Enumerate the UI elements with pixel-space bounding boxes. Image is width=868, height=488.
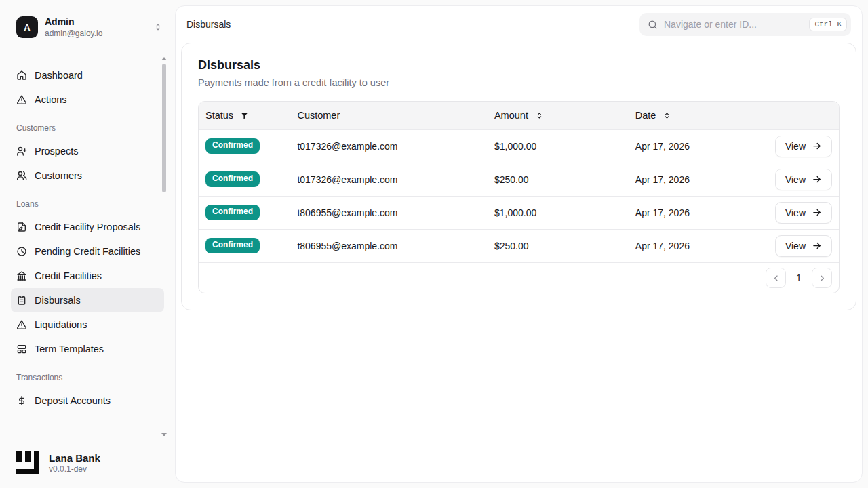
column-label: Customer <box>297 110 340 121</box>
scroll-up-arrow-icon[interactable] <box>161 57 167 60</box>
customer-cell: t017326@example.com <box>290 163 488 196</box>
sidebar-item-credit-facilities[interactable]: Credit Facilities <box>11 264 164 288</box>
chevrons-up-down-icon <box>153 22 163 32</box>
profile-text: Admin admin@galoy.io <box>45 16 146 39</box>
arrow-right-icon <box>812 241 822 251</box>
view-button[interactable]: View <box>775 202 832 224</box>
breadcrumb: Disbursals <box>186 19 231 30</box>
status-badge: Confirmed <box>205 205 260 220</box>
disbursals-table: Status Customer Amount <box>198 101 840 293</box>
dollar-icon <box>16 395 27 406</box>
current-page-number: 1 <box>794 272 804 283</box>
column-header-amount[interactable]: Amount <box>488 102 629 129</box>
date-cell: Apr 17, 2026 <box>629 163 768 196</box>
chevron-left-icon <box>771 273 781 283</box>
table-row[interactable]: Confirmed t806955@example.com $1,000.00 … <box>199 196 839 229</box>
lana-bank-logo-icon <box>16 451 39 474</box>
table-row[interactable]: Confirmed t806955@example.com $250.00 Ap… <box>199 229 839 262</box>
sidebar-item-liquidations[interactable]: Liquidations <box>11 312 164 337</box>
sidebar-nav: Dashboard Actions Customers Prospects Cu… <box>0 39 175 444</box>
next-page-button[interactable] <box>812 268 832 288</box>
home-icon <box>16 70 27 81</box>
column-label: Status <box>205 110 233 121</box>
view-button-label: View <box>785 241 806 251</box>
view-button[interactable]: View <box>775 235 832 257</box>
column-label: Date <box>635 110 656 121</box>
chevron-right-icon <box>817 273 827 283</box>
sidebar-footer: Lana Bank v0.0.1-dev <box>0 443 175 488</box>
global-search[interactable]: Ctrl K <box>639 13 851 36</box>
sidebar-item-customers[interactable]: Customers <box>11 163 164 188</box>
profile-name: Admin <box>45 16 146 28</box>
main-panel: Disbursals Ctrl K Disbursals Payments ma… <box>175 5 863 483</box>
sidebar-item-actions[interactable]: Actions <box>11 87 164 112</box>
profile-email: admin@galoy.io <box>45 28 146 39</box>
date-cell: Apr 17, 2026 <box>629 196 768 229</box>
sidebar-item-label: Dashboard <box>35 70 83 81</box>
arrow-right-icon <box>812 207 822 218</box>
sort-icon[interactable] <box>535 111 544 120</box>
table-row[interactable]: Confirmed t017326@example.com $250.00 Ap… <box>199 163 839 196</box>
user-plus-icon <box>16 146 27 157</box>
section-label-transactions: Transactions <box>11 373 164 382</box>
sidebar-item-label: Term Templates <box>35 344 104 354</box>
sidebar-item-label: Pending Credit Facilities <box>35 246 140 257</box>
sidebar-item-term-templates[interactable]: Term Templates <box>11 337 164 361</box>
pagination: 1 <box>199 262 839 293</box>
view-button[interactable]: View <box>775 169 832 190</box>
table-row[interactable]: Confirmed t017326@example.com $1,000.00 … <box>199 129 839 163</box>
sidebar-item-prospects[interactable]: Prospects <box>11 139 164 163</box>
sidebar-item-label: Deposit Accounts <box>35 395 111 406</box>
sidebar-item-credit-facility-proposals[interactable]: Credit Facility Proposals <box>11 215 164 239</box>
sidebar: A Admin admin@galoy.io Dashboard Actions… <box>0 0 175 488</box>
column-header-status[interactable]: Status <box>199 102 290 129</box>
avatar: A <box>16 16 38 38</box>
column-label: Amount <box>494 110 528 121</box>
status-badge: Confirmed <box>205 171 260 187</box>
sidebar-item-deposit-accounts[interactable]: Deposit Accounts <box>11 388 164 413</box>
view-button-label: View <box>785 207 806 218</box>
alert-triangle-icon <box>16 94 27 105</box>
column-header-actions <box>768 102 839 129</box>
layout-icon <box>16 344 27 354</box>
search-input[interactable] <box>664 19 803 30</box>
users-icon <box>16 170 27 181</box>
section-label-customers: Customers <box>11 123 164 133</box>
disbursals-card: Disbursals Payments made from a credit f… <box>181 43 856 310</box>
sidebar-item-disbursals[interactable]: Disbursals <box>11 288 164 312</box>
sidebar-item-pending-credit-facilities[interactable]: Pending Credit Facilities <box>11 239 164 264</box>
arrow-right-icon <box>812 141 822 151</box>
top-bar: Disbursals Ctrl K <box>176 6 862 43</box>
page-title: Disbursals <box>198 58 840 73</box>
sidebar-item-label: Liquidations <box>35 319 87 330</box>
sort-icon[interactable] <box>663 111 671 120</box>
scrollbar-thumb[interactable] <box>162 64 166 192</box>
keyboard-shortcut-badge: Ctrl K <box>809 18 847 31</box>
amount-cell: $1,000.00 <box>488 196 629 229</box>
date-cell: Apr 17, 2026 <box>629 129 768 163</box>
section-label-loans: Loans <box>11 199 164 209</box>
sidebar-item-label: Actions <box>35 94 67 105</box>
arrow-right-icon <box>812 174 822 184</box>
account-switcher[interactable]: A Admin admin@galoy.io <box>0 0 175 39</box>
filter-icon[interactable] <box>240 111 249 120</box>
customer-cell: t017326@example.com <box>290 129 488 163</box>
bank-icon <box>16 270 27 281</box>
sidebar-item-label: Prospects <box>35 146 78 157</box>
column-header-customer: Customer <box>290 102 488 129</box>
column-header-date[interactable]: Date <box>629 102 768 129</box>
alert-triangle-icon <box>16 319 27 330</box>
previous-page-button[interactable] <box>766 268 786 288</box>
search-icon <box>648 20 658 30</box>
sidebar-scrollbar[interactable] <box>161 57 166 439</box>
brand-text: Lana Bank v0.0.1-dev <box>49 452 100 474</box>
status-badge: Confirmed <box>205 238 260 253</box>
amount-cell: $250.00 <box>488 163 629 196</box>
date-cell: Apr 17, 2026 <box>629 229 768 262</box>
view-button[interactable]: View <box>775 136 832 157</box>
sidebar-item-dashboard[interactable]: Dashboard <box>11 63 164 87</box>
scroll-down-arrow-icon[interactable] <box>161 433 167 436</box>
customer-cell: t806955@example.com <box>290 196 488 229</box>
table-header-row: Status Customer Amount <box>199 102 839 129</box>
sidebar-item-label: Customers <box>35 170 82 181</box>
